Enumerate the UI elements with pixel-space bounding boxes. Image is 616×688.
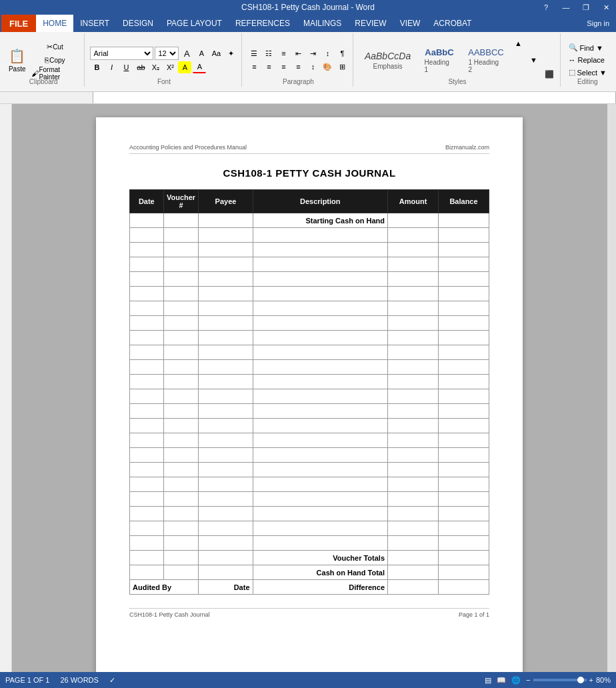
paste-button[interactable]: 📋 Paste: [7, 40, 27, 80]
home-menu[interactable]: HOME: [36, 15, 73, 32]
zoom-thumb: [577, 677, 584, 683]
multilevel-button[interactable]: ≡: [277, 47, 290, 59]
header-payee: Payee: [199, 190, 253, 213]
table-row: [130, 433, 489, 448]
coh-amount: [388, 565, 439, 580]
font-name-select[interactable]: Arial: [90, 47, 153, 60]
numbering-button[interactable]: ☷: [262, 47, 275, 59]
underline-button[interactable]: U: [119, 61, 133, 73]
sign-in-link[interactable]: Sign in: [587, 19, 615, 27]
select-button[interactable]: ⬚ Select ▼: [566, 67, 609, 77]
audited-by-label: Audited By: [130, 580, 199, 595]
header-description: Description: [253, 190, 388, 213]
insert-menu[interactable]: INSERT: [73, 15, 116, 32]
cash-on-hand-label: Cash on Hand Total: [253, 565, 388, 580]
header-date: Date: [130, 190, 164, 213]
mailings-menu[interactable]: MAILINGS: [297, 15, 348, 32]
replace-icon: ↔: [569, 56, 576, 64]
table-row: [130, 389, 489, 404]
show-para-button[interactable]: ¶: [335, 47, 349, 59]
sort-button[interactable]: ↕: [321, 47, 334, 59]
horizontal-ruler: [0, 92, 616, 104]
vertical-ruler: [0, 104, 12, 672]
styles-scroll-up[interactable]: ▲: [512, 37, 525, 49]
line-spacing-button[interactable]: ↕: [306, 61, 319, 73]
heading2-style[interactable]: AABBCC 1 Heading 2: [462, 42, 509, 78]
restore-button[interactable]: ❐: [576, 0, 596, 15]
diff-amount: [388, 580, 439, 595]
heading1-preview: AaBbC: [425, 47, 453, 57]
text-highlight-button[interactable]: A: [178, 61, 191, 73]
clear-format-button[interactable]: ✦: [224, 47, 237, 59]
justify-button[interactable]: ≡: [291, 61, 305, 73]
font-color-button[interactable]: A: [193, 61, 206, 73]
change-case-button[interactable]: Aa: [209, 47, 223, 59]
emphasis-style[interactable]: AaBbCcDa Emphasis: [359, 42, 416, 78]
audited-row: Audited By Date Difference: [130, 580, 489, 595]
view-menu[interactable]: VIEW: [393, 15, 427, 32]
voucher-totals-row: Voucher Totals: [130, 551, 489, 565]
styles-scroll-down[interactable]: ▼: [527, 54, 541, 66]
table-header-row: Date Voucher # Payee Description Amount …: [130, 190, 489, 213]
starting-cash-voucher: [163, 213, 199, 228]
read-mode-icon[interactable]: 📖: [497, 676, 506, 685]
font-size-select[interactable]: 12: [155, 47, 179, 60]
web-layout-icon[interactable]: 🌐: [511, 676, 521, 685]
minimize-button[interactable]: —: [556, 0, 576, 15]
page-footer: CSH108-1 Petty Cash Journal Page 1 of 1: [129, 608, 489, 618]
zoom-in-button[interactable]: +: [589, 676, 593, 684]
header-amount: Amount: [388, 190, 439, 213]
document-scroll-area[interactable]: Accounting Policies and Procedures Manua…: [12, 104, 607, 672]
subscript-button[interactable]: X₂: [149, 61, 162, 73]
table-row: [130, 463, 489, 477]
status-left: PAGE 1 OF 1 26 WORDS ✓: [5, 676, 115, 685]
file-menu[interactable]: FILE: [1, 15, 36, 32]
find-dropdown-icon: ▼: [596, 44, 603, 52]
zoom-slider[interactable]: [533, 679, 587, 681]
shading-button[interactable]: 🎨: [321, 61, 334, 73]
table-row: [130, 331, 489, 345]
align-left-button[interactable]: ≡: [247, 61, 261, 73]
cash-on-hand-row: Cash on Hand Total: [130, 565, 489, 580]
italic-button[interactable]: I: [105, 61, 118, 73]
acrobat-menu[interactable]: ACROBAT: [427, 15, 478, 32]
footer-left: CSH108-1 Petty Cash Journal: [129, 611, 210, 618]
find-button[interactable]: 🔍 Find ▼: [566, 43, 606, 53]
window-title: CSH108-1 Petty Cash Journal - Word: [241, 3, 375, 12]
table-row: [130, 448, 489, 463]
borders-button[interactable]: ⊞: [335, 61, 349, 73]
page-layout-menu[interactable]: PAGE LAYOUT: [160, 15, 229, 32]
align-center-button[interactable]: ≡: [262, 61, 275, 73]
track-changes-icon: ✓: [109, 676, 115, 685]
replace-button[interactable]: ↔ Replace: [566, 55, 607, 65]
grow-font-button[interactable]: A: [180, 47, 193, 59]
close-button[interactable]: ✕: [596, 0, 616, 15]
vertical-scrollbar[interactable]: [607, 104, 616, 672]
cut-button[interactable]: ✂ Cut: [29, 41, 80, 53]
header-voucher: Voucher #: [163, 190, 199, 213]
references-menu[interactable]: REFERENCES: [229, 15, 297, 32]
layout-view-icon[interactable]: ▤: [485, 676, 491, 685]
footer-right: Page 1 of 1: [459, 611, 489, 618]
superscript-button[interactable]: X²: [163, 61, 177, 73]
zoom-control: − + 80%: [526, 676, 611, 684]
table-row: [130, 257, 489, 272]
help-button[interactable]: ?: [536, 0, 556, 15]
emphasis-preview: AaBbCcDa: [365, 51, 411, 61]
shrink-font-button[interactable]: A: [195, 47, 208, 59]
review-menu[interactable]: REVIEW: [348, 15, 393, 32]
copy-button[interactable]: ⎘ Copy: [29, 54, 80, 66]
align-right-button[interactable]: ≡: [277, 61, 290, 73]
starting-cash-amount: [388, 213, 439, 228]
table-row: [130, 243, 489, 257]
zoom-out-button[interactable]: −: [526, 676, 530, 684]
decrease-indent-button[interactable]: ⇤: [291, 47, 305, 59]
bold-button[interactable]: B: [90, 61, 103, 73]
heading1-style[interactable]: AaBbC Heading 1: [419, 42, 461, 78]
coh-payee: [199, 565, 253, 580]
strikethrough-button[interactable]: ab: [134, 61, 147, 73]
increase-indent-button[interactable]: ⇥: [306, 47, 319, 59]
bullets-button[interactable]: ☰: [247, 47, 261, 59]
document-page: Accounting Policies and Procedures Manua…: [96, 117, 523, 672]
design-menu[interactable]: DESIGN: [116, 15, 160, 32]
